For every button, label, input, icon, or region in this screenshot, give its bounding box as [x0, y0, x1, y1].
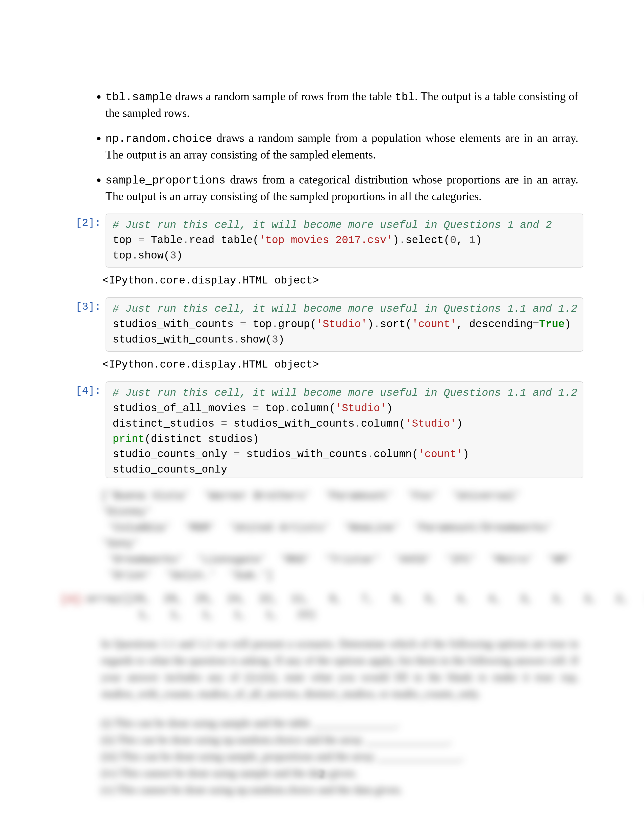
blurred-options: (i) This can be done using sample and th…	[101, 715, 578, 798]
bullet-list: tbl.sample draws a random sample of rows…	[101, 88, 578, 204]
blurred-studio-list: ['Buena Vista' 'Warner Brothers' 'Paramo…	[101, 488, 578, 584]
page: tbl.sample draws a random sample of rows…	[0, 0, 644, 833]
cell-output: <IPython.core.display.HTML object>	[101, 352, 583, 374]
cell-code[interactable]: # Just run this cell, it will become mor…	[106, 214, 583, 268]
bullet-item: sample_proportions draws from a categori…	[106, 172, 578, 204]
bullet-item: np.random.choice draws a random sample f…	[106, 130, 578, 162]
blurred-option: (ii) This can be done using np.random.ch…	[101, 732, 578, 748]
cell-code[interactable]: # Just run this cell, it will become mor…	[106, 298, 583, 352]
bullet-code: np.random.choice	[106, 132, 212, 145]
content-area: tbl.sample draws a random sample of rows…	[61, 88, 583, 798]
blurred-region: ['Buena Vista' 'Warner Brothers' 'Paramo…	[101, 488, 578, 798]
cell-4: [4]: # Just run this cell, it will becom…	[61, 381, 583, 478]
blurred-paragraph: In Questions 1.1 and 1.2 we will present…	[101, 635, 578, 702]
blurred-array-text: array([29, 29, 25, 24, 22, 11, 9, 7, 6, …	[87, 591, 644, 623]
blurred-option: (v) This cannot be done using np.random.…	[101, 782, 578, 798]
bullet-code: sample_proportions	[106, 174, 225, 187]
blurred-option: (iii) This can be done using sample_prop…	[101, 748, 578, 765]
bullet-item: tbl.sample draws a random sample of rows…	[106, 88, 578, 121]
cell-output: <IPython.core.display.HTML object>	[101, 268, 583, 290]
cell-prompt: [2]:	[61, 214, 106, 229]
blurred-option: (i) This can be done using sample and th…	[101, 715, 578, 732]
bullet-code: tbl.sample	[106, 91, 172, 103]
blurred-array-prompt: [4]:	[61, 591, 87, 623]
cell-2: [2]: # Just run this cell, it will becom…	[61, 214, 583, 268]
cell-prompt: [4]:	[61, 381, 106, 397]
cell-prompt: [3]:	[61, 298, 106, 313]
page-number: 2	[0, 768, 644, 780]
cell-3: [3]: # Just run this cell, it will becom…	[61, 298, 583, 352]
bullet-text: draws a random sample of rows from the t…	[106, 90, 578, 119]
cell-code[interactable]: # Just run this cell, it will become mor…	[106, 381, 583, 478]
